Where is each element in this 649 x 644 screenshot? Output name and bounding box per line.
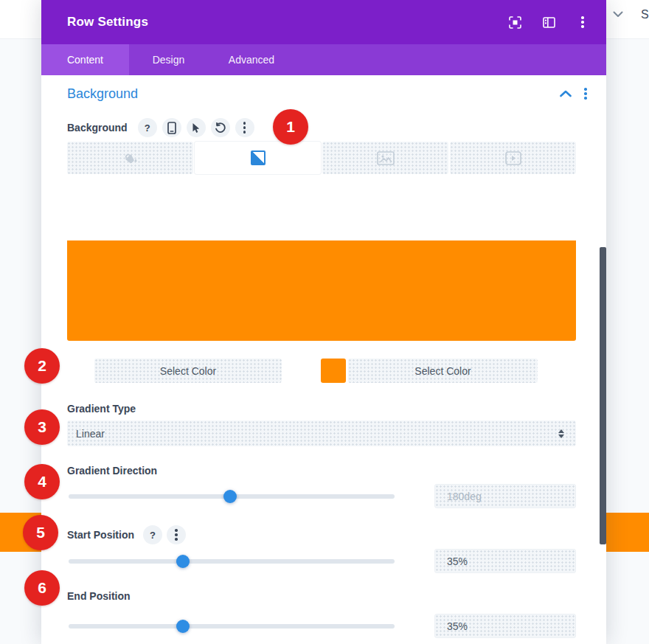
start-position-label-row: Start Position ? [67,525,186,544]
gradient-direction-input[interactable] [434,484,576,508]
background-section-title: Background [67,86,138,102]
gradient-direction-slider-thumb[interactable] [223,490,237,503]
paint-bucket-icon [122,150,139,165]
chevron-up-icon[interactable] [560,90,572,97]
gradient-icon [251,150,266,165]
background-type-video-tab[interactable] [450,142,576,174]
end-position-input[interactable] [434,614,576,638]
start-position-slider[interactable] [69,559,395,564]
modal-header-actions [507,0,590,44]
annotation-circle-3: 3 [24,409,60,445]
gradient-color-row: Select Color Select Color [41,359,606,383]
modal-scrollbar[interactable] [600,247,606,544]
tab-content[interactable]: Content [41,44,129,75]
background-option-toolbar: Background ? [67,117,260,138]
gradient-direction-label: Gradient Direction [67,465,157,477]
tab-advanced[interactable]: Advanced [208,44,295,75]
color-swatch-orange[interactable] [321,359,346,383]
admin-bar-partial-text: S [641,8,649,21]
annotation-circle-6: 6 [24,570,60,606]
annotation-circle-4: 4 [24,464,60,499]
background-section-more-icon[interactable] [584,88,587,100]
video-play-icon [505,151,521,165]
modal-more-options-icon[interactable] [575,15,590,30]
background-type-gradient-tab[interactable] [195,142,321,174]
annotation-circle-1: 1 [273,109,308,145]
start-position-slider-thumb[interactable] [176,555,190,568]
modal-tabbar: Content Design Advanced [41,44,606,75]
background-type-image-tab[interactable] [322,142,448,174]
left-top-divider [0,38,41,39]
image-icon [377,151,395,165]
gradient-type-label: Gradient Type [67,403,136,415]
tab-design[interactable]: Design [129,44,208,75]
right-top-divider [606,38,649,39]
option-more-icon[interactable] [235,118,254,137]
start-position-input[interactable] [434,549,576,573]
help-icon[interactable]: ? [143,525,162,544]
select-arrows-icon [558,429,564,438]
modal-position-icon[interactable] [541,15,556,30]
end-position-label: End Position [67,590,131,602]
help-icon[interactable]: ? [138,118,157,137]
page: S Row Settings [0,0,649,644]
start-position-label: Start Position [67,529,134,541]
background-type-tabs [67,142,576,174]
modal-title: Row Settings [67,15,148,30]
end-position-slider-thumb[interactable] [176,620,190,633]
page-orange-section-right [606,513,649,552]
gradient-direction-slider[interactable] [69,494,395,499]
annotation-circle-2: 2 [24,348,60,384]
end-position-slider[interactable] [69,624,395,629]
select-color-button-2[interactable]: Select Color [348,359,538,383]
annotation-circle-5: 5 [23,515,58,550]
expand-modal-icon[interactable] [507,15,522,30]
select-color-button-1[interactable]: Select Color [94,359,282,383]
row-settings-modal: Row Settings [41,0,606,644]
responsive-phone-icon[interactable] [162,118,181,137]
background-type-color-tab[interactable] [67,142,193,174]
modal-header: Row Settings [41,0,606,44]
gradient-type-value: Linear [76,428,105,440]
gradient-type-select[interactable]: Linear [67,420,576,446]
gradient-preview[interactable] [67,184,576,341]
hover-cursor-icon[interactable] [187,118,206,137]
modal-body: Background Background ? [41,75,606,644]
start-position-more-icon[interactable] [167,525,186,544]
chevron-down-icon[interactable] [613,11,623,18]
reset-undo-icon[interactable] [211,118,230,137]
background-option-label: Background [67,122,128,134]
